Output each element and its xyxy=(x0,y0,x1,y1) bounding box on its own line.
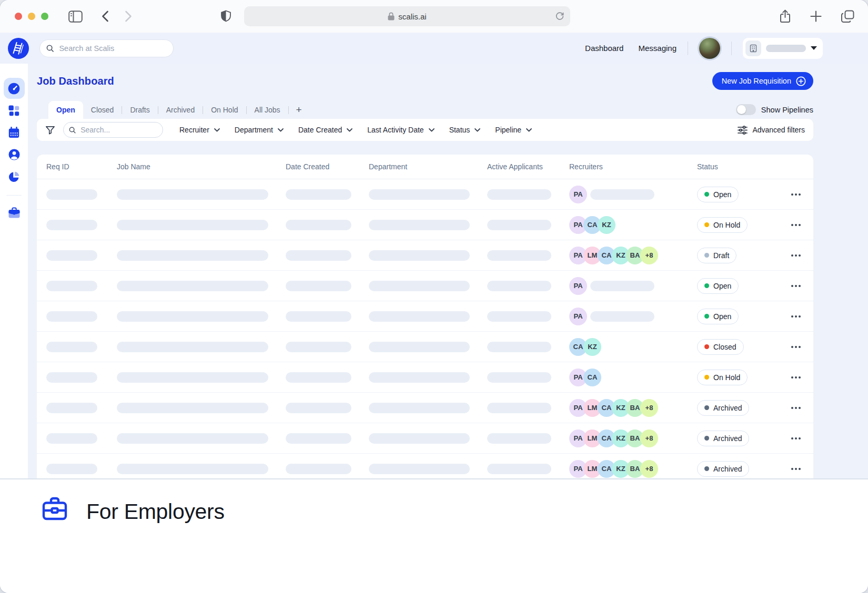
sidebar-item-jobs[interactable] xyxy=(4,100,25,121)
window-zoom-button[interactable] xyxy=(41,13,48,20)
status-cell: Archived xyxy=(697,431,784,446)
advanced-filters-label: Advanced filters xyxy=(752,126,805,134)
recruiters-cell: PALMCAKZBA+8 xyxy=(569,399,697,417)
advanced-filters-button[interactable]: Advanced filters xyxy=(738,126,805,135)
filter-dropdown-last-activity-date[interactable]: Last Activity Date xyxy=(360,126,441,134)
chevron-down-icon xyxy=(214,128,220,132)
briefcase-icon xyxy=(42,497,67,520)
table-header-row: Req IDJob NameDate CreatedDepartmentActi… xyxy=(37,155,813,179)
table-search[interactable] xyxy=(63,122,163,138)
skeleton-cell xyxy=(369,220,470,230)
sidebar-item-candidates[interactable] xyxy=(4,144,25,165)
refresh-icon[interactable] xyxy=(555,12,564,21)
shield-icon[interactable] xyxy=(220,10,231,23)
back-button[interactable] xyxy=(102,11,109,22)
app-header: DashboardMessaging xyxy=(0,33,868,64)
actions-cell xyxy=(784,464,804,474)
tab-overview-icon[interactable] xyxy=(841,10,854,23)
filter-funnel-icon[interactable] xyxy=(45,125,55,135)
filter-dropdown-date-created[interactable]: Date Created xyxy=(291,126,360,134)
recruiter-avatar[interactable]: +8 xyxy=(640,247,658,264)
filter-dropdown-status[interactable]: Status xyxy=(442,126,488,134)
filter-dropdown-recruiter[interactable]: Recruiter xyxy=(172,126,227,134)
row-menu-button[interactable] xyxy=(788,220,804,230)
skeleton-cell xyxy=(117,281,268,291)
row-menu-button[interactable] xyxy=(788,372,804,383)
nav-link-messaging[interactable]: Messaging xyxy=(638,44,677,53)
tab-on-hold[interactable]: On Hold xyxy=(203,101,246,119)
add-tab-button[interactable]: + xyxy=(289,101,309,119)
actions-cell xyxy=(784,281,804,291)
status-dot xyxy=(704,283,709,288)
recruiter-avatar[interactable]: PA xyxy=(569,277,587,295)
row-menu-button[interactable] xyxy=(788,342,804,352)
row-menu-button[interactable] xyxy=(788,403,804,413)
row-menu-button[interactable] xyxy=(788,281,804,291)
window-minimize-button[interactable] xyxy=(28,13,35,20)
table-search-input[interactable] xyxy=(79,125,157,135)
calendar-icon xyxy=(8,127,20,139)
status-dot xyxy=(704,466,709,471)
tab-all-jobs[interactable]: All Jobs xyxy=(247,101,288,119)
skeleton-cell xyxy=(487,372,551,383)
nav-link-dashboard[interactable]: Dashboard xyxy=(585,44,623,53)
recruiter-avatar[interactable]: CA xyxy=(583,369,601,386)
skeleton-cell xyxy=(286,403,351,413)
global-search-input[interactable] xyxy=(58,44,167,53)
scalis-logo[interactable] xyxy=(8,38,29,59)
new-job-requisition-button[interactable]: New Job Requisition xyxy=(712,72,813,90)
filter-dropdown-pipeline[interactable]: Pipeline xyxy=(488,126,539,134)
tab-open[interactable]: Open xyxy=(48,101,83,119)
recruiter-avatar[interactable]: KZ xyxy=(583,338,601,356)
row-menu-button[interactable] xyxy=(788,464,804,474)
skeleton-cell xyxy=(286,433,351,444)
filter-dropdown-label: Status xyxy=(449,126,470,134)
status-dot xyxy=(704,436,709,441)
forward-button[interactable] xyxy=(125,11,132,22)
recruiter-avatar[interactable]: +8 xyxy=(640,430,658,447)
filter-dropdowns: RecruiterDepartmentDate CreatedLast Acti… xyxy=(172,126,539,134)
row-menu-button[interactable] xyxy=(788,311,804,322)
address-bar[interactable]: scalis.ai xyxy=(244,6,570,26)
chevron-down-icon xyxy=(429,128,435,132)
global-search[interactable] xyxy=(39,39,174,57)
chevron-down-icon xyxy=(278,128,284,132)
skeleton-cell xyxy=(46,464,97,474)
sidebar-item-employers[interactable] xyxy=(4,202,25,223)
status-badge: Open xyxy=(697,309,739,324)
tab-drafts[interactable]: Drafts xyxy=(122,101,157,119)
status-badge: Closed xyxy=(697,339,744,355)
recruiter-avatar[interactable]: PA xyxy=(569,186,587,203)
recruiter-avatar[interactable]: +8 xyxy=(640,460,658,478)
sidebar-toggle-icon[interactable] xyxy=(68,11,83,23)
status-label: Open xyxy=(713,190,731,199)
sidebar-item-calendar[interactable] xyxy=(4,122,25,143)
skeleton-cell xyxy=(286,311,351,322)
row-menu-button[interactable] xyxy=(788,250,804,261)
skeleton-cell xyxy=(487,403,551,413)
recruiter-avatar[interactable]: KZ xyxy=(598,216,615,234)
sidebar-item-dashboard[interactable] xyxy=(4,78,25,99)
sidebar-item-reports[interactable] xyxy=(4,166,25,187)
tab-closed[interactable]: Closed xyxy=(83,101,122,119)
user-avatar[interactable] xyxy=(699,38,720,59)
recruiter-avatar[interactable]: +8 xyxy=(640,399,658,417)
show-pipelines-toggle[interactable] xyxy=(736,104,756,115)
skeleton-cell xyxy=(46,250,97,261)
row-menu-button[interactable] xyxy=(788,433,804,444)
top-nav-links: DashboardMessaging xyxy=(570,44,677,53)
filter-dropdown-department[interactable]: Department xyxy=(227,126,291,134)
tab-archived[interactable]: Archived xyxy=(158,101,203,119)
status-badge: On Hold xyxy=(697,217,748,233)
row-menu-button[interactable] xyxy=(788,189,804,200)
sidebar xyxy=(0,64,28,478)
window-close-button[interactable] xyxy=(15,13,22,20)
skeleton-cell xyxy=(117,342,268,352)
column-header-req-id: Req ID xyxy=(46,162,117,171)
new-tab-icon[interactable] xyxy=(810,11,822,22)
jobs-table: Req IDJob NameDate CreatedDepartmentActi… xyxy=(37,155,813,478)
recruiter-avatar[interactable]: PA xyxy=(569,308,587,325)
recruiters-cell: CAKZ xyxy=(569,338,697,356)
org-selector[interactable] xyxy=(743,38,823,59)
share-icon[interactable] xyxy=(780,9,791,23)
